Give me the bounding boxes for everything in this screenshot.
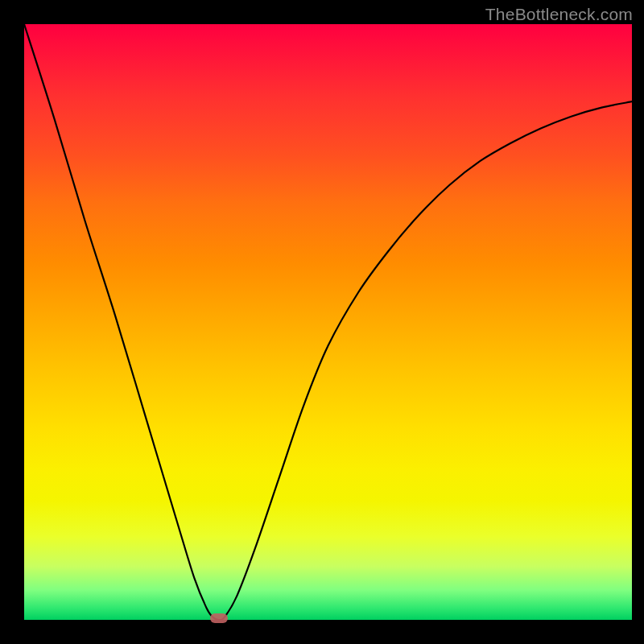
- watermark-text: TheBottleneck.com: [485, 5, 633, 24]
- curve-svg: [24, 24, 632, 620]
- chart-frame: TheBottleneck.com: [0, 0, 644, 644]
- optimal-point-marker: [210, 613, 228, 623]
- plot-area: [24, 24, 632, 620]
- bottleneck-curve: [24, 24, 632, 620]
